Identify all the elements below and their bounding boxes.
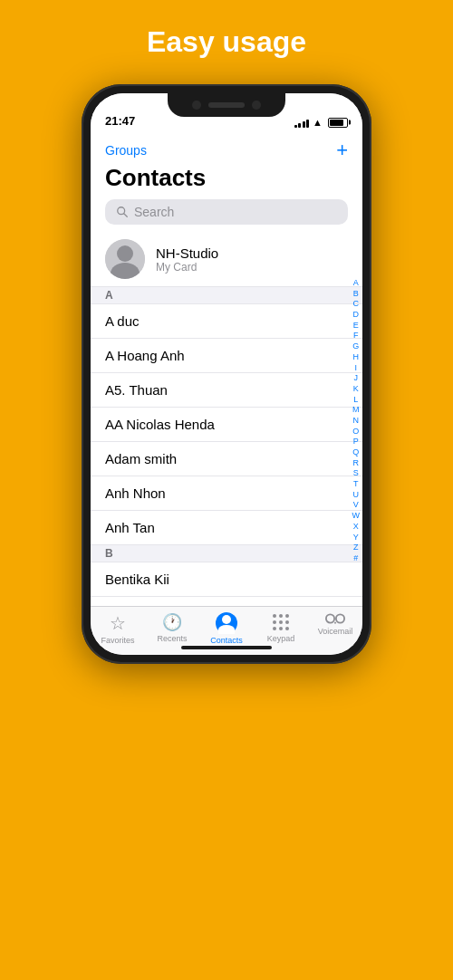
status-icons: ▲ xyxy=(294,117,348,128)
phone-screen: 21:47 ▲ Groups + Co xyxy=(91,93,362,655)
contacts-icon xyxy=(216,612,237,634)
signal-bars xyxy=(294,118,310,128)
contact-item[interactable]: Anh Nhon xyxy=(91,476,362,511)
alpha-z[interactable]: Z xyxy=(353,543,359,553)
phone-shell: 21:47 ▲ Groups + Co xyxy=(82,84,371,664)
svg-point-10 xyxy=(285,620,289,624)
alpha-l[interactable]: L xyxy=(353,395,358,406)
search-input[interactable]: Search xyxy=(134,205,174,219)
sensor xyxy=(252,101,261,110)
tab-voicemail[interactable]: Voicemail xyxy=(313,612,358,636)
avatar-image xyxy=(105,239,145,279)
my-card[interactable]: NH-Studio My Card xyxy=(91,232,362,287)
alpha-r[interactable]: R xyxy=(353,458,360,469)
my-card-subtitle: My Card xyxy=(156,261,218,274)
my-card-name: NH-Studio xyxy=(156,245,218,261)
contact-item[interactable]: Bentika Kii xyxy=(91,562,362,597)
alpha-x[interactable]: X xyxy=(353,522,359,533)
alpha-q[interactable]: Q xyxy=(352,447,359,458)
wifi-icon: ▲ xyxy=(313,117,323,128)
home-indicator xyxy=(181,646,272,649)
alpha-s[interactable]: S xyxy=(353,468,359,479)
svg-point-13 xyxy=(285,627,289,630)
tab-contacts[interactable]: Contacts xyxy=(204,612,249,645)
svg-point-3 xyxy=(117,245,133,262)
alpha-i[interactable]: I xyxy=(354,363,357,374)
nav-bar: Groups + xyxy=(91,133,362,164)
contact-item[interactable]: A Hoang Anh xyxy=(91,339,362,373)
avatar xyxy=(105,239,145,279)
alpha-k[interactable]: K xyxy=(353,384,359,395)
nav-add-button[interactable]: + xyxy=(336,140,348,160)
tab-favorites[interactable]: ☆ Favorites xyxy=(95,612,140,645)
alpha-v[interactable]: V xyxy=(353,500,359,511)
alpha-b[interactable]: B xyxy=(353,289,359,300)
alpha-t[interactable]: T xyxy=(353,479,359,490)
svg-point-6 xyxy=(279,614,283,618)
alpha-hash[interactable]: # xyxy=(353,553,358,564)
recents-icon: 🕐 xyxy=(162,612,182,632)
alpha-a[interactable]: A xyxy=(353,278,359,289)
keypad-icon xyxy=(271,612,291,632)
alpha-p[interactable]: P xyxy=(353,437,359,447)
keypad-label: Keypad xyxy=(267,634,295,643)
search-icon xyxy=(116,206,129,218)
svg-point-8 xyxy=(273,620,276,624)
svg-point-12 xyxy=(279,627,283,630)
svg-point-14 xyxy=(326,614,334,622)
alpha-e[interactable]: E xyxy=(353,321,359,331)
content-area: Groups + Contacts Search xyxy=(91,133,362,606)
recents-label: Recents xyxy=(157,634,187,643)
alphabet-index[interactable]: A B C D E F G H I J K L M N O P Q R S T xyxy=(352,278,361,564)
section-header-b: B xyxy=(91,545,362,562)
alpha-u[interactable]: U xyxy=(353,490,360,501)
my-card-info: NH-Studio My Card xyxy=(156,245,218,274)
contacts-label: Contacts xyxy=(210,636,243,645)
contacts-heading: Contacts xyxy=(91,164,362,199)
alpha-g[interactable]: G xyxy=(352,341,359,352)
favorites-label: Favorites xyxy=(101,636,134,645)
alpha-j[interactable]: J xyxy=(354,373,359,384)
svg-point-5 xyxy=(273,614,276,618)
svg-point-15 xyxy=(336,614,344,622)
alpha-n[interactable]: N xyxy=(353,416,360,427)
battery-icon xyxy=(328,118,348,128)
tab-keypad[interactable]: Keypad xyxy=(258,612,304,643)
speaker xyxy=(208,102,245,108)
front-camera xyxy=(192,101,201,110)
voicemail-icon xyxy=(325,612,345,625)
alpha-y[interactable]: Y xyxy=(353,533,359,543)
contact-item[interactable]: A duc xyxy=(91,304,362,339)
alpha-c[interactable]: C xyxy=(353,299,360,310)
contact-item[interactable]: Bs xyxy=(91,597,362,599)
notch xyxy=(168,93,285,117)
alpha-f[interactable]: F xyxy=(353,331,359,341)
contact-item[interactable]: Adam smith xyxy=(91,442,362,476)
alpha-d[interactable]: D xyxy=(353,310,360,321)
section-header-a: A xyxy=(91,287,362,304)
status-time: 21:47 xyxy=(105,114,135,128)
contact-item[interactable]: AA Nicolas Henda xyxy=(91,408,362,442)
favorites-icon: ☆ xyxy=(110,612,126,634)
alpha-m[interactable]: M xyxy=(352,405,360,416)
contact-item[interactable]: Anh Tan xyxy=(91,511,362,545)
search-bar[interactable]: Search xyxy=(105,199,348,225)
contact-item[interactable]: A5. Thuan xyxy=(91,373,362,408)
alpha-w[interactable]: W xyxy=(352,511,361,522)
alpha-h[interactable]: H xyxy=(353,352,360,363)
svg-point-9 xyxy=(279,620,283,624)
nav-back-button[interactable]: Groups xyxy=(105,143,147,158)
svg-line-1 xyxy=(124,214,128,217)
svg-point-7 xyxy=(285,614,289,618)
tab-recents[interactable]: 🕐 Recents xyxy=(149,612,195,643)
voicemail-label: Voicemail xyxy=(318,627,353,636)
contacts-list[interactable]: A A duc A Hoang Anh A5. Thuan AA Nicolas… xyxy=(91,287,362,599)
alpha-o[interactable]: O xyxy=(352,427,359,437)
svg-point-11 xyxy=(273,627,276,630)
page-title: Easy usage xyxy=(147,25,306,59)
